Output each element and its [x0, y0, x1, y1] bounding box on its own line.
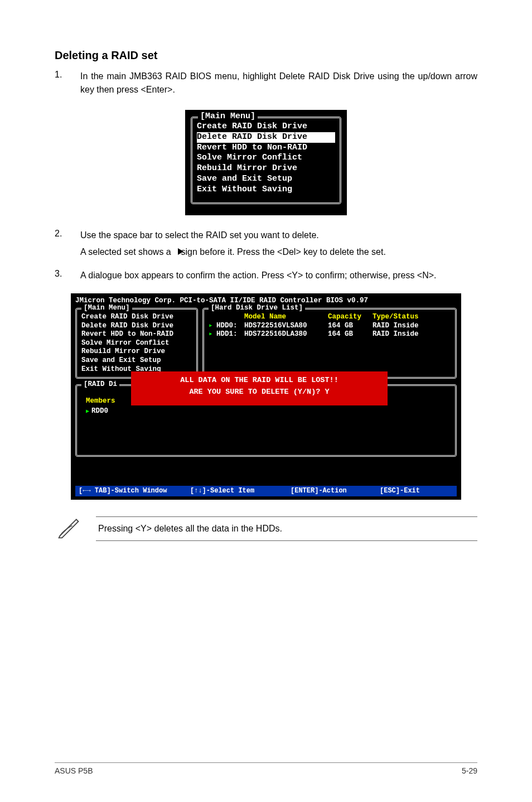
page-footer: ASUS P5B 5-29 [55, 762, 477, 775]
footer-right: 5-29 [462, 766, 477, 775]
step-text: A dialogue box appears to confirm the ac… [80, 269, 477, 282]
menu-item: Delete RAID Disk Drive [81, 322, 192, 331]
menu-item: Create RAID Disk Drive [81, 313, 192, 322]
note-row: Pressing <Y> deletes all the data in the… [57, 515, 477, 542]
step-3: 3. A dialogue box appears to confirm the… [55, 269, 477, 286]
raid-entry: ▶RDD0 [86, 407, 451, 416]
hdd-list-pane: [Hard Disk Drive List] Model Name Capaci… [202, 308, 457, 379]
step-number: 2. [55, 229, 80, 262]
menu-item: Solve Mirror Conflict [81, 339, 192, 348]
step-list-cont: 2. Use the space bar to select the RAID … [55, 229, 477, 286]
step-text: In the main JMB363 RAID BIOS menu, highl… [80, 70, 477, 96]
menu-item-selected: Delete RAID Disk Drive [197, 132, 335, 143]
menu-item: Exit Without Saving [197, 185, 335, 195]
hint-action: [ENTER]-Action [291, 487, 380, 495]
note-pencil-icon [57, 515, 81, 542]
hdd-model: HDS722516DLA380 [244, 330, 328, 339]
step-number: 3. [55, 269, 80, 286]
hdd-capacity: 164 GB [328, 330, 373, 339]
step-list: 1. In the main JMB363 RAID BIOS menu, hi… [55, 70, 477, 100]
dialog-line-2: ARE YOU SURE TO DELETE (Y/N)? Y [141, 386, 378, 398]
hdd-id: HDD0: [216, 322, 244, 331]
menu-item: Rebuild Mirror Drive [197, 163, 335, 174]
bios-footer-bar: [←→ TAB]-Switch Window [↑↓]-Select Item … [75, 486, 457, 496]
menu-item: Solve Mirror Conflict [197, 153, 335, 163]
dialog-line-1: ALL DATA ON THE RAID WILL BE LOST!! [141, 375, 378, 386]
pane-title: [Main Menu] [81, 304, 132, 313]
col-model: Model Name [244, 313, 328, 322]
hint-switch-window: [←→ TAB]-Switch Window [79, 487, 190, 495]
footer-left: ASUS P5B [55, 766, 93, 775]
confirm-delete-dialog: ALL DATA ON THE RAID WILL BE LOST!! ARE … [131, 371, 388, 405]
hint-select-item: [↑↓]-Select Item [190, 487, 291, 495]
col-capacity: Capacity [328, 313, 373, 322]
arrow-icon: ▸ [209, 330, 216, 339]
hdd-type: RAID Inside [373, 322, 451, 331]
section-heading: Deleting a RAID set [55, 49, 477, 62]
note-text: Pressing <Y> deletes all the data in the… [96, 516, 477, 541]
pane-title-truncated: [RAID Di [81, 380, 119, 389]
step-1: 1. In the main JMB363 RAID BIOS menu, hi… [55, 70, 477, 100]
menu-item: Revert HDD to Non-RAID [81, 330, 192, 339]
step-number: 1. [55, 70, 80, 100]
hdd-row: ▸ HDD1: HDS722516DLA380 164 GB RAID Insi… [209, 330, 451, 339]
step-text: A selected set shows a sign before it. P… [80, 245, 477, 259]
bios-main-menu-small: [Main Menu] Create RAID Disk Drive Delet… [185, 110, 347, 215]
pane-title: [Hard Disk Drive List] [209, 304, 305, 313]
menu-item: Revert HDD to Non-RAID [197, 143, 335, 153]
col-type: Type/Status [373, 313, 451, 322]
menu-item: Create RAID Disk Drive [197, 122, 335, 132]
main-menu-pane: [Main Menu] Create RAID Disk Drive Delet… [75, 308, 198, 379]
menu-item: Save and Exit Setup [197, 174, 335, 185]
step-text: Use the space bar to select the RAID set… [80, 229, 477, 242]
bios-small-title: [Main Menu] [198, 112, 258, 122]
triangle-icon [178, 248, 183, 255]
hdd-capacity: 164 GB [328, 322, 373, 331]
hdd-id: HDD1: [216, 330, 244, 339]
menu-item: Rebuild Mirror Drive [81, 347, 192, 356]
menu-item: Save and Exit Setup [81, 356, 192, 365]
bios-dialog-large: JMicron Technology Corp. PCI-to-SATA II/… [71, 293, 461, 500]
step-2: 2. Use the space bar to select the RAID … [55, 229, 477, 262]
hdd-type: RAID Inside [373, 330, 451, 339]
hdd-row: ▸ HDD0: HDS722516VLSA80 164 GB RAID Insi… [209, 322, 451, 331]
hint-exit: [ESC]-Exit [380, 487, 453, 495]
arrow-icon: ▸ [209, 322, 216, 331]
hdd-header-row: Model Name Capacity Type/Status [209, 313, 451, 322]
hdd-model: HDS722516VLSA80 [244, 322, 328, 331]
triangle-icon: ▶ [86, 408, 89, 414]
